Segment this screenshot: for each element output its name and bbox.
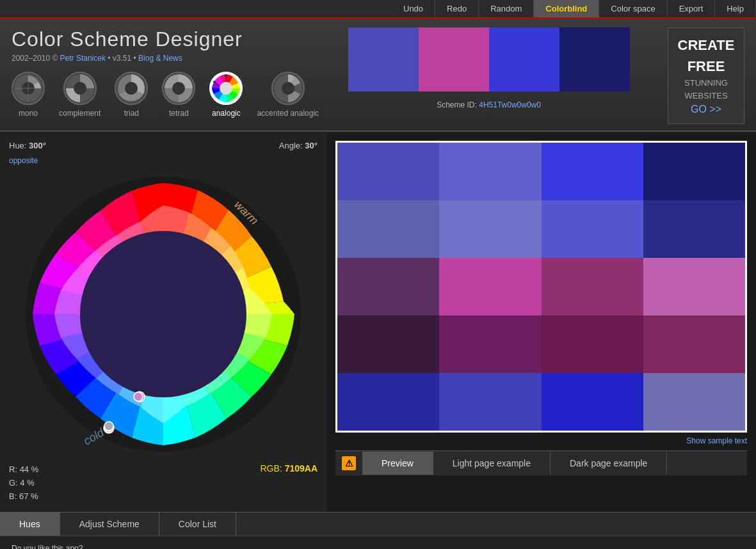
grid-row-5 xyxy=(337,373,745,431)
swatch-1[interactable] xyxy=(348,28,419,92)
angle-value: 30° xyxy=(305,141,318,150)
top-navigation: Undo Redo Random Colorblind Color space … xyxy=(0,0,756,19)
hue-value: 300° xyxy=(29,141,46,150)
nav-item-redo[interactable]: Redo xyxy=(435,0,479,17)
grid-cell[interactable] xyxy=(542,258,643,315)
g-value: G: 4 % xyxy=(9,477,38,490)
grid-cell[interactable] xyxy=(439,200,541,258)
swatch-3[interactable] xyxy=(489,28,559,92)
grid-cell[interactable] xyxy=(439,258,541,315)
nav-item-colorspace[interactable]: Color space xyxy=(599,0,667,17)
tab-dark-page[interactable]: Dark page example xyxy=(551,452,667,475)
grid-cell[interactable] xyxy=(337,143,439,200)
nav-item-colorblind[interactable]: Colorblind xyxy=(534,0,599,17)
grid-row-3 xyxy=(337,258,745,315)
scheme-triad[interactable]: triad xyxy=(115,72,148,118)
rgb-label: RGB: xyxy=(261,463,282,473)
footer: Do you like this app? Donate Related: FR… xyxy=(0,536,756,549)
scheme-tetrad[interactable]: tetrad xyxy=(162,72,195,118)
warning-icon: ⚠ xyxy=(342,456,356,470)
do-you-like-text: Do you like this app? xyxy=(12,544,83,549)
grid-cell[interactable] xyxy=(643,258,745,315)
mono-wheel xyxy=(12,72,45,105)
svg-point-12 xyxy=(220,82,232,95)
grid-cell[interactable] xyxy=(542,143,643,200)
rgb-values: R: 44 % G: 4 % B: 67 % xyxy=(9,463,38,503)
create-line3: STUNNING xyxy=(677,77,735,90)
grid-cell[interactable] xyxy=(337,373,439,431)
angle-label: Angle: xyxy=(279,141,303,150)
swatch-4[interactable] xyxy=(559,28,630,92)
grid-cell[interactable] xyxy=(643,143,745,200)
blog-link[interactable]: Blog & News xyxy=(138,54,182,63)
grid-cell[interactable] xyxy=(643,373,745,431)
author-link[interactable]: Petr Stanicek xyxy=(60,54,106,63)
tab-hues[interactable]: Hues xyxy=(0,513,60,536)
app-subtitle: 2002–2010 © Petr Stanicek • v3.51 • Blog… xyxy=(12,54,319,63)
create-line2: FREE xyxy=(677,56,735,77)
scheme-selector: mono complement xyxy=(12,63,319,120)
tab-adjust-scheme[interactable]: Adjust Scheme xyxy=(60,513,159,536)
header: Color Scheme Designer 2002–2010 © Petr S… xyxy=(0,19,756,131)
svg-point-18 xyxy=(282,82,294,95)
opposite-link[interactable]: opposite xyxy=(9,156,38,165)
header-right: Scheme ID: 4H51Tw0w0w0w0 xyxy=(348,28,630,109)
complement-label: complement xyxy=(59,109,101,118)
preview-tabs: ⚠ Preview Light page example Dark page e… xyxy=(335,450,747,475)
grid-cell[interactable] xyxy=(643,315,745,373)
grid-cell[interactable] xyxy=(542,373,643,431)
wheel-svg[interactable]: warm cold xyxy=(19,170,307,458)
tab-light-page[interactable]: Light page example xyxy=(433,452,551,475)
svg-point-20 xyxy=(80,231,246,397)
rgb-info: R: 44 % G: 4 % B: 67 % RGB: 7109AA xyxy=(9,463,318,503)
nav-item-export[interactable]: Export xyxy=(668,0,716,17)
grid-cell[interactable] xyxy=(542,315,643,373)
scheme-complement[interactable]: complement xyxy=(59,72,101,118)
triad-wheel xyxy=(115,72,148,105)
complement-wheel xyxy=(63,72,97,105)
grid-cell[interactable] xyxy=(439,373,541,431)
scheme-analogic[interactable]: analogic xyxy=(209,72,243,118)
grid-cell[interactable] xyxy=(439,315,541,373)
rgb-value: 7109AA xyxy=(285,463,318,473)
scheme-mono[interactable]: mono xyxy=(12,72,45,118)
create-line4: WEBSITES xyxy=(677,90,735,102)
subtitle-text: 2002–2010 © xyxy=(12,54,60,63)
left-panel: Hue: 300° Angle: 30° opposite xyxy=(0,132,326,512)
right-panel: Show sample text ⚠ Preview Light page ex… xyxy=(326,132,756,512)
nav-item-undo[interactable]: Undo xyxy=(392,0,435,17)
app-title: Color Scheme Designer xyxy=(12,28,319,51)
scheme-id-value[interactable]: 4H51Tw0w0w0w0 xyxy=(479,100,541,109)
bottom-tabs: Hues Adjust Scheme Color List xyxy=(0,512,756,536)
grid-row-2 xyxy=(337,200,745,258)
hue-display: Hue: 300° xyxy=(9,141,46,150)
grid-cell[interactable] xyxy=(337,200,439,258)
swatch-2[interactable] xyxy=(419,28,489,92)
grid-cell[interactable] xyxy=(542,200,643,258)
hue-angle-row: Hue: 300° Angle: 30° xyxy=(9,141,318,150)
create-box[interactable]: CREATE FREE STUNNING WEBSITES GO >> xyxy=(668,28,744,124)
svg-point-14 xyxy=(225,74,227,77)
svg-point-6 xyxy=(74,82,86,95)
show-sample-text-link[interactable]: Show sample text xyxy=(335,436,747,445)
mono-label: mono xyxy=(19,109,38,118)
accented-analogic-wheel xyxy=(271,72,305,105)
grid-row-1 xyxy=(337,143,745,200)
grid-cell[interactable] xyxy=(643,200,745,258)
nav-item-random[interactable]: Random xyxy=(479,0,534,17)
grid-cell[interactable] xyxy=(337,315,439,373)
b-value: B: 67 % xyxy=(9,490,38,504)
scheme-accented-analogic[interactable]: accented analogic xyxy=(257,72,319,118)
nav-item-help[interactable]: Help xyxy=(715,0,756,17)
tab-preview[interactable]: Preview xyxy=(362,452,433,475)
scheme-id: Scheme ID: 4H51Tw0w0w0w0 xyxy=(348,100,630,109)
triad-label: triad xyxy=(124,109,139,118)
color-wheel[interactable]: warm cold xyxy=(19,170,307,458)
svg-point-10 xyxy=(172,82,185,95)
scheme-id-label: Scheme ID: xyxy=(437,100,477,109)
grid-cell[interactable] xyxy=(337,258,439,315)
tetrad-wheel xyxy=(162,72,195,105)
tab-color-list[interactable]: Color List xyxy=(159,513,236,536)
grid-cell[interactable] xyxy=(439,143,541,200)
main-content: Hue: 300° Angle: 30° opposite xyxy=(0,131,756,512)
